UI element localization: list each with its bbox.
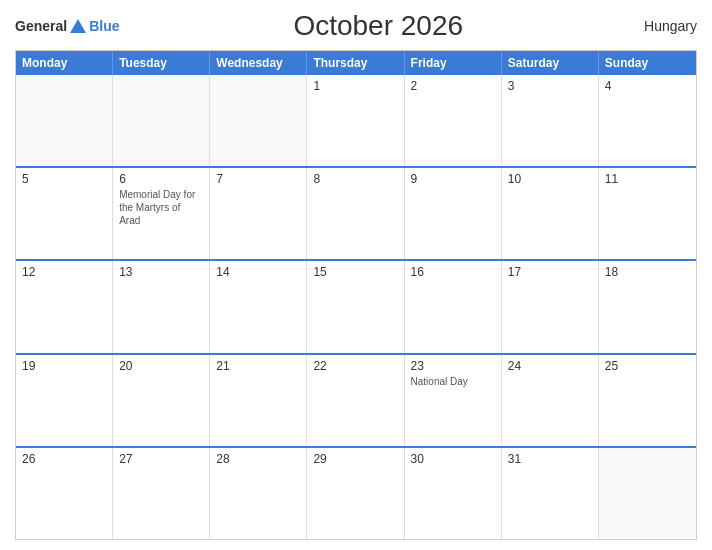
- calendar-cell: 23National Day: [405, 355, 502, 446]
- header-saturday: Saturday: [502, 51, 599, 75]
- logo-blue-text: Blue: [89, 18, 119, 34]
- calendar-cell: 15: [307, 261, 404, 352]
- calendar-cell: 14: [210, 261, 307, 352]
- calendar-cell: [210, 75, 307, 166]
- header-thursday: Thursday: [307, 51, 404, 75]
- calendar-cell: 29: [307, 448, 404, 539]
- day-number: 6: [119, 172, 203, 186]
- day-number: 22: [313, 359, 397, 373]
- day-number: 24: [508, 359, 592, 373]
- day-number: 12: [22, 265, 106, 279]
- day-number: 21: [216, 359, 300, 373]
- day-number: 19: [22, 359, 106, 373]
- calendar-cell: [16, 75, 113, 166]
- header-monday: Monday: [16, 51, 113, 75]
- day-number: 26: [22, 452, 106, 466]
- logo: General Blue: [15, 18, 119, 34]
- country-label: Hungary: [637, 18, 697, 34]
- calendar-cell: 20: [113, 355, 210, 446]
- day-number: 27: [119, 452, 203, 466]
- calendar-cell: 31: [502, 448, 599, 539]
- day-number: 9: [411, 172, 495, 186]
- header-sunday: Sunday: [599, 51, 696, 75]
- calendar-cell: 11: [599, 168, 696, 259]
- calendar-cell: 10: [502, 168, 599, 259]
- calendar-cell: 9: [405, 168, 502, 259]
- day-number: 4: [605, 79, 690, 93]
- calendar-week-4: 262728293031: [16, 446, 696, 539]
- day-number: 14: [216, 265, 300, 279]
- page-header: General Blue October 2026 Hungary: [15, 10, 697, 42]
- day-number: 31: [508, 452, 592, 466]
- calendar-cell: 1: [307, 75, 404, 166]
- calendar-cell: 13: [113, 261, 210, 352]
- calendar-cell: 22: [307, 355, 404, 446]
- day-number: 30: [411, 452, 495, 466]
- day-number: 18: [605, 265, 690, 279]
- day-number: 20: [119, 359, 203, 373]
- calendar-cell: [599, 448, 696, 539]
- day-number: 7: [216, 172, 300, 186]
- calendar-cell: 7: [210, 168, 307, 259]
- calendar-grid: Monday Tuesday Wednesday Thursday Friday…: [15, 50, 697, 540]
- day-number: 28: [216, 452, 300, 466]
- day-number: 10: [508, 172, 592, 186]
- calendar-week-2: 12131415161718: [16, 259, 696, 352]
- day-number: 29: [313, 452, 397, 466]
- calendar-cell: 8: [307, 168, 404, 259]
- day-number: 17: [508, 265, 592, 279]
- calendar-cell: 28: [210, 448, 307, 539]
- calendar-cell: 26: [16, 448, 113, 539]
- logo-general-text: General: [15, 18, 67, 34]
- day-number: 11: [605, 172, 690, 186]
- day-number: 1: [313, 79, 397, 93]
- calendar-cell: [113, 75, 210, 166]
- calendar-cell: 21: [210, 355, 307, 446]
- day-number: 16: [411, 265, 495, 279]
- calendar-body: 123456Memorial Day for the Martyrs of Ar…: [16, 75, 696, 539]
- calendar-cell: 4: [599, 75, 696, 166]
- calendar-week-0: 1234: [16, 75, 696, 166]
- calendar-cell: 5: [16, 168, 113, 259]
- calendar-cell: 17: [502, 261, 599, 352]
- day-number: 5: [22, 172, 106, 186]
- calendar-cell: 6Memorial Day for the Martyrs of Arad: [113, 168, 210, 259]
- header-friday: Friday: [405, 51, 502, 75]
- calendar-week-1: 56Memorial Day for the Martyrs of Arad78…: [16, 166, 696, 259]
- calendar-title: October 2026: [119, 10, 637, 42]
- day-number: 15: [313, 265, 397, 279]
- calendar-cell: 2: [405, 75, 502, 166]
- calendar-cell: 27: [113, 448, 210, 539]
- calendar-cell: 18: [599, 261, 696, 352]
- day-number: 23: [411, 359, 495, 373]
- logo-triangle-icon: [70, 19, 86, 33]
- day-number: 13: [119, 265, 203, 279]
- calendar-cell: 12: [16, 261, 113, 352]
- calendar-event: Memorial Day for the Martyrs of Arad: [119, 188, 203, 227]
- calendar-cell: 25: [599, 355, 696, 446]
- day-number: 2: [411, 79, 495, 93]
- calendar-cell: 3: [502, 75, 599, 166]
- calendar-event: National Day: [411, 375, 495, 388]
- calendar-cell: 30: [405, 448, 502, 539]
- calendar-cell: 19: [16, 355, 113, 446]
- calendar-page: General Blue October 2026 Hungary Monday…: [0, 0, 712, 550]
- day-number: 3: [508, 79, 592, 93]
- header-wednesday: Wednesday: [210, 51, 307, 75]
- header-tuesday: Tuesday: [113, 51, 210, 75]
- calendar-cell: 24: [502, 355, 599, 446]
- day-number: 25: [605, 359, 690, 373]
- calendar-header: Monday Tuesday Wednesday Thursday Friday…: [16, 51, 696, 75]
- day-number: 8: [313, 172, 397, 186]
- calendar-cell: 16: [405, 261, 502, 352]
- calendar-week-3: 1920212223National Day2425: [16, 353, 696, 446]
